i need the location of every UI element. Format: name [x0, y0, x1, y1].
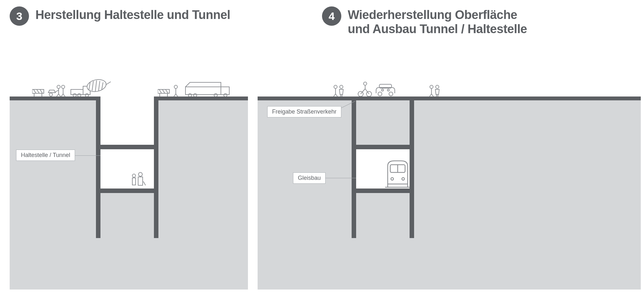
svg-point-0	[132, 174, 136, 177]
svg-line-57	[334, 94, 336, 97]
svg-point-46	[194, 94, 197, 97]
svg-point-39	[174, 85, 177, 88]
svg-point-45	[188, 94, 192, 97]
svg-point-2	[138, 172, 142, 176]
tunnel-station-box	[96, 145, 158, 193]
ground-surface-line	[258, 97, 641, 100]
svg-rect-1	[132, 178, 136, 185]
train-icon	[356, 149, 410, 189]
label-traffic-release: Freigabe Straßenverkehr	[267, 106, 341, 117]
svg-point-73	[430, 85, 433, 88]
label-leader-line	[321, 178, 356, 178]
svg-rect-3	[138, 177, 143, 185]
diagram-step-3: Haltestelle / Tunnel	[10, 97, 248, 290]
svg-point-77	[436, 85, 439, 88]
diagram-step-4: Freigabe Straßenverkehr Gleisbau	[258, 97, 641, 290]
step-number-badge: 4	[322, 6, 341, 26]
label-track-construction: Gleisbau	[293, 172, 326, 184]
svg-point-59	[340, 85, 343, 88]
svg-rect-21	[71, 89, 83, 95]
construction-vehicles-left-icon	[32, 77, 116, 97]
open-excavation	[100, 96, 155, 145]
svg-line-32	[106, 82, 111, 85]
street-traffic-icon	[332, 77, 460, 97]
label-tunnel: Haltestelle / Tunnel	[16, 150, 75, 161]
svg-line-16	[59, 94, 61, 97]
svg-point-47	[214, 94, 217, 97]
svg-point-11	[49, 93, 52, 96]
svg-line-58	[336, 94, 337, 97]
svg-point-55	[334, 85, 337, 88]
workers-icon	[100, 149, 154, 189]
svg-point-12	[57, 85, 60, 88]
header-step-4: 4 Wiederherstellung Oberfläche und Ausba…	[322, 6, 527, 36]
svg-point-67	[364, 82, 367, 85]
svg-point-26	[86, 78, 107, 93]
tunnel-station-box	[352, 145, 414, 193]
svg-point-23	[73, 94, 76, 97]
svg-point-48	[224, 94, 227, 97]
construction-vehicles-right-icon	[158, 77, 248, 97]
svg-line-20	[63, 94, 65, 97]
svg-point-24	[78, 94, 81, 97]
step-number-badge: 3	[10, 6, 29, 26]
svg-line-4	[143, 181, 146, 185]
svg-point-25	[85, 94, 89, 97]
svg-line-15	[57, 94, 59, 97]
step-title: Wiederherstellung Oberfläche und Ausbau …	[348, 6, 527, 36]
svg-line-19	[61, 94, 63, 97]
svg-line-42	[176, 94, 178, 97]
svg-point-17	[62, 85, 65, 88]
label-leader-line	[71, 155, 100, 156]
header-step-3: 3 Herstellung Haltestelle und Tunnel	[10, 6, 230, 26]
svg-line-76	[431, 94, 433, 97]
svg-line-14	[55, 90, 59, 92]
ground-fill	[258, 97, 641, 290]
step-title: Herstellung Haltestelle und Tunnel	[35, 6, 230, 22]
svg-line-41	[174, 94, 176, 97]
svg-line-75	[430, 94, 431, 97]
